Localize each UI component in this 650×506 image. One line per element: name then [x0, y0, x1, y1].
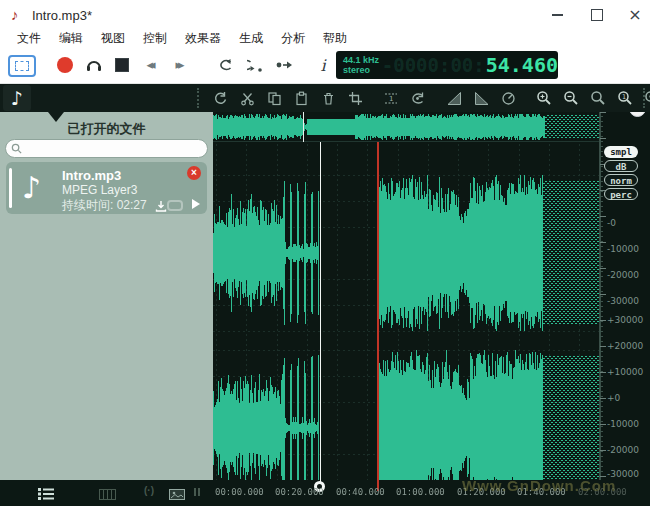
- file-format: MPEG Layer3: [62, 183, 137, 197]
- close-button[interactable]: ×: [616, 0, 650, 30]
- files-sidebar: 已打开的文件 ♪ Intro.mp3 MPEG Layer3 持续时间: 02:…: [0, 112, 213, 480]
- trim-icon: [348, 91, 363, 106]
- info-icon: i: [320, 56, 325, 75]
- download-icon: [155, 200, 167, 212]
- maximize-button[interactable]: [578, 0, 616, 30]
- monitor-button[interactable]: [85, 56, 103, 74]
- app-icon: ♪: [11, 6, 19, 23]
- zoom-in-button[interactable]: [536, 90, 552, 106]
- zoom-selection-button[interactable]: [590, 90, 606, 106]
- loop-button[interactable]: [217, 56, 235, 74]
- loop-once-button[interactable]: [246, 56, 264, 74]
- scale-mode-perc[interactable]: perc: [604, 188, 638, 200]
- timeline-label: 01:20.000: [457, 487, 506, 497]
- select-one-button[interactable]: 1: [383, 90, 399, 106]
- menu-control[interactable]: 控制: [134, 30, 176, 47]
- info-button[interactable]: i: [314, 56, 332, 74]
- menu-view[interactable]: 视图: [92, 30, 134, 47]
- app-window: ♪ Intro.mp3* × 文件 编辑 视图 控制 效果器 生成 分析 帮助 …: [0, 0, 650, 506]
- menu-analyze[interactable]: 分析: [272, 30, 314, 47]
- fade-out-button[interactable]: [473, 90, 489, 106]
- gain-knob-button[interactable]: [500, 90, 516, 106]
- time-digits: 54.460: [486, 53, 558, 77]
- scale-label: -30000: [607, 296, 639, 306]
- file-download-button[interactable]: [155, 198, 167, 216]
- timeline-label: 00:20.000: [275, 487, 324, 497]
- trim-button[interactable]: [347, 90, 363, 106]
- waveform-canvas[interactable]: [213, 112, 600, 492]
- paste-icon: [294, 91, 309, 106]
- zoom-one-button[interactable]: 1: [617, 90, 633, 106]
- fade-out-icon: [474, 91, 489, 106]
- scale-label: -0: [607, 218, 616, 228]
- menu-bar: 文件 编辑 视图 控制 效果器 生成 分析 帮助: [0, 30, 650, 47]
- sample-rate-label: 44.1 kHz: [343, 55, 382, 65]
- toolbar-separator: [643, 88, 645, 108]
- scale-label: -10000: [607, 419, 639, 429]
- rewind-icon: ◂◂: [146, 56, 151, 74]
- stop-icon: [115, 58, 129, 72]
- loop-once-icon: [247, 57, 263, 73]
- overview-cursor[interactable]: [303, 112, 304, 142]
- menu-help[interactable]: 帮助: [314, 30, 356, 47]
- paste-button[interactable]: [293, 90, 309, 106]
- copy-icon: [267, 91, 282, 106]
- time-display: 44.1 kHz stereo -0000:00: 54.460: [336, 51, 558, 79]
- selection-tool-button[interactable]: [8, 55, 36, 77]
- scale-mode-norm[interactable]: norm: [604, 174, 638, 186]
- brackets-button[interactable]: (·): [144, 485, 154, 496]
- zoom-out-button[interactable]: [563, 90, 579, 106]
- gain-knob-icon: [501, 91, 516, 106]
- menu-effects[interactable]: 效果器: [176, 30, 230, 47]
- loop-icon: [218, 57, 234, 73]
- scale-mode-smpl[interactable]: smpl: [604, 146, 638, 158]
- cut-button[interactable]: [239, 90, 255, 106]
- minimize-button[interactable]: [538, 0, 576, 30]
- zoom-out-icon: [563, 90, 579, 106]
- play-from-cursor-button[interactable]: [275, 56, 293, 74]
- trash-icon: [321, 91, 336, 106]
- search-input[interactable]: [26, 142, 200, 156]
- undo-button[interactable]: [212, 90, 228, 106]
- fade-in-button[interactable]: [446, 90, 462, 106]
- menu-edit[interactable]: 编辑: [50, 30, 92, 47]
- zoom-in-icon: [536, 90, 552, 106]
- file-play-button[interactable]: [192, 199, 200, 209]
- scale-label: +0: [607, 393, 620, 403]
- select-one-icon: 1: [383, 91, 399, 106]
- copy-button[interactable]: [266, 90, 282, 106]
- edit-cursor[interactable]: [320, 142, 321, 490]
- image-preview-button[interactable]: [169, 486, 185, 504]
- stop-button[interactable]: [113, 56, 131, 74]
- file-duration: 持续时间: 02:27: [62, 197, 147, 214]
- menu-file[interactable]: 文件: [8, 30, 50, 47]
- keyboard-view-button[interactable]: [99, 486, 116, 504]
- maximize-icon: [591, 9, 603, 21]
- window-title: Intro.mp3*: [32, 8, 92, 23]
- play-from-cursor-icon: [275, 57, 293, 73]
- timeline-label: 02:00.000: [578, 487, 627, 497]
- scale-mode-db[interactable]: dB: [604, 160, 638, 172]
- file-loop-icon[interactable]: [167, 200, 183, 211]
- menu-generate[interactable]: 生成: [230, 30, 272, 47]
- fast-forward-icon: ▸▸: [175, 56, 180, 74]
- scale-label: -30000: [607, 469, 639, 479]
- search-box[interactable]: [5, 139, 208, 158]
- cut-icon: [240, 91, 255, 106]
- minimize-icon: [552, 14, 563, 16]
- fast-forward-button[interactable]: ▸▸: [169, 56, 187, 74]
- rotate-selection-button[interactable]: [410, 90, 426, 106]
- scale-label: +30000: [607, 315, 643, 325]
- transport-toolbar: ◂◂ ▸▸ i 44.1 kHz: [0, 47, 650, 84]
- list-view-button[interactable]: [38, 486, 54, 504]
- file-close-button[interactable]: ×: [187, 166, 201, 180]
- files-panel-tab[interactable]: ♪: [3, 85, 31, 111]
- file-list-item[interactable]: ♪ Intro.mp3 MPEG Layer3 持续时间: 02:27 ×: [6, 162, 207, 214]
- edit-toolbar: ♪: [0, 84, 650, 112]
- delete-button[interactable]: [320, 90, 336, 106]
- pause-status-icon: [194, 488, 200, 496]
- headphones-icon: [85, 56, 103, 74]
- rewind-button[interactable]: ◂◂: [140, 56, 158, 74]
- record-button[interactable]: [57, 57, 73, 73]
- zoom-selection-icon: [590, 90, 606, 106]
